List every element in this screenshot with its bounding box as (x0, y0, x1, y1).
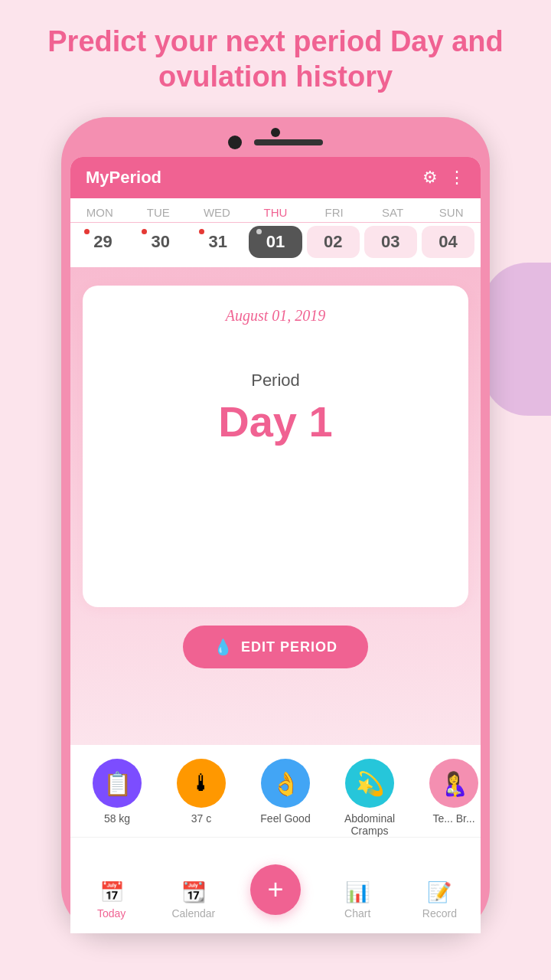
date-num-29: 29 (93, 232, 112, 252)
dot-01 (256, 229, 262, 234)
date-cell-03[interactable]: 03 (364, 226, 417, 258)
nav-calendar-icon: 📆 (181, 880, 206, 904)
weekday-fri: FRI (305, 198, 364, 222)
nav-today[interactable]: 📅 Today (70, 880, 152, 920)
dot-30 (142, 229, 147, 234)
date-cell-30[interactable]: 30 (134, 226, 187, 258)
stat-weight-label: 58 kg (104, 812, 130, 825)
stat-breast-icon: 🤱 (429, 759, 478, 808)
header-text: Predict your next period Day and ovulati… (0, 0, 551, 109)
stat-breast-label: Te... Br... (432, 812, 474, 825)
day-card-date: August 01, 2019 (226, 307, 326, 325)
phone-camera-icon (228, 136, 242, 149)
more-options-icon[interactable]: ⋮ (448, 168, 465, 188)
drop-icon: 💧 (214, 638, 233, 656)
stat-mood[interactable]: 👌 Feel Good (251, 759, 320, 837)
stat-breast[interactable]: 🤱 Te... Br... (419, 759, 481, 837)
nav-record[interactable]: 📝 Record (399, 880, 481, 920)
nav-record-icon: 📝 (427, 880, 452, 904)
calendar-section: MON TUE WED THU FRI SAT SUN 29 30 (70, 198, 481, 267)
add-button[interactable]: + (250, 864, 301, 915)
nav-calendar[interactable]: 📆 Calendar (152, 880, 234, 920)
date-cell-02[interactable]: 02 (307, 226, 360, 258)
stat-cramps-icon: 💫 (345, 759, 394, 808)
nav-record-label: Record (422, 907, 457, 920)
date-cell-29[interactable]: 29 (77, 226, 129, 258)
nav-today-icon: 📅 (99, 880, 124, 904)
quick-stats-row: 📋 58 kg 🌡 37 c 👌 Feel Good 💫 Abdominal C… (70, 745, 481, 837)
nav-chart-icon: 📊 (345, 880, 370, 904)
nav-chart-label: Chart (344, 907, 370, 920)
bottom-nav: + 📅 Today 📆 Calendar + 📊 Chart (70, 837, 481, 933)
day-card: August 01, 2019 Period Day 1 (83, 286, 468, 607)
settings-icon[interactable]: ⚙ (422, 168, 438, 188)
phone-notch (70, 136, 481, 149)
app-bar: MyPeriod ⚙ ⋮ (70, 157, 481, 198)
weekday-tue: TUE (129, 198, 188, 222)
weekday-sat: SAT (364, 198, 422, 222)
date-row: 29 30 31 01 02 (70, 223, 481, 267)
dot-29 (84, 229, 90, 234)
day-card-label: Period (251, 371, 300, 390)
date-num-04: 04 (439, 232, 457, 252)
date-cell-04[interactable]: 04 (422, 226, 474, 258)
day-card-day: Day 1 (218, 397, 332, 446)
date-cell-31[interactable]: 31 (191, 226, 244, 258)
edit-period-button[interactable]: 💧 EDIT PERIOD (183, 626, 368, 668)
date-cell-01[interactable]: 01 (249, 226, 302, 258)
app-screen: MyPeriod ⚙ ⋮ MON TUE WED THU FRI SAT SUN (70, 157, 481, 933)
stat-weight[interactable]: 📋 58 kg (83, 759, 152, 837)
edit-period-label: EDIT PERIOD (241, 639, 337, 655)
dot-31 (199, 229, 204, 234)
app-title: MyPeriod (86, 168, 161, 188)
phone-frame: MyPeriod ⚙ ⋮ MON TUE WED THU FRI SAT SUN (61, 117, 490, 933)
date-num-30: 30 (151, 232, 169, 252)
stat-weight-icon: 📋 (93, 759, 142, 808)
main-content: August 01, 2019 Period Day 1 💧 EDIT PERI… (70, 267, 481, 745)
weekday-sun: SUN (422, 198, 481, 222)
stat-temp[interactable]: 🌡 37 c (167, 759, 236, 837)
blob-decoration (482, 263, 551, 416)
stat-cramps-label: Abdominal Cramps (335, 812, 404, 837)
phone-mockup: MyPeriod ⚙ ⋮ MON TUE WED THU FRI SAT SUN (0, 109, 551, 933)
nav-chart[interactable]: 📊 Chart (317, 880, 399, 920)
weekday-thu: THU (246, 198, 305, 222)
nav-calendar-label: Calendar (171, 907, 215, 920)
phone-speaker (254, 139, 323, 145)
weekday-wed: WED (187, 198, 246, 222)
weekday-row: MON TUE WED THU FRI SAT SUN (70, 198, 481, 223)
date-num-03: 03 (381, 232, 399, 252)
stat-cramps[interactable]: 💫 Abdominal Cramps (335, 759, 404, 837)
date-num-01: 01 (266, 232, 285, 252)
stat-temp-label: 37 c (191, 812, 211, 825)
phone-front-camera-top (271, 128, 280, 137)
weekday-mon: MON (70, 198, 129, 222)
stat-temp-icon: 🌡 (177, 759, 226, 808)
app-bar-icons: ⚙ ⋮ (422, 168, 465, 188)
nav-today-label: Today (97, 907, 126, 920)
stat-mood-label: Feel Good (260, 812, 310, 825)
stat-mood-icon: 👌 (261, 759, 310, 808)
date-num-31: 31 (209, 232, 227, 252)
date-num-02: 02 (324, 232, 342, 252)
